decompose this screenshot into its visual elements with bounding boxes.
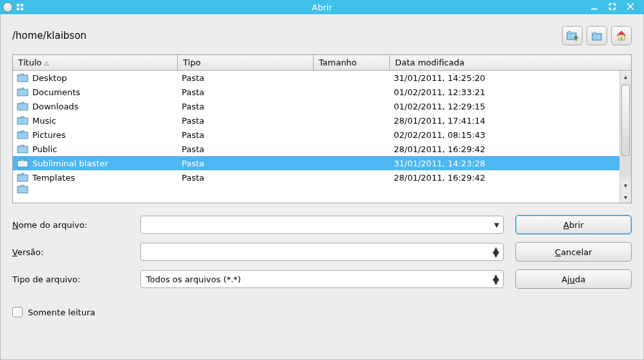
chevron-down-icon: ▼ bbox=[494, 221, 499, 229]
app-icon bbox=[3, 2, 13, 12]
up-one-level-button[interactable] bbox=[562, 26, 583, 45]
file-type: Pasta bbox=[182, 116, 317, 126]
file-name: Downloads bbox=[32, 102, 78, 111]
file-modified: 28/01/2011, 16:29:42 bbox=[394, 173, 619, 183]
filename-input[interactable]: ▼ bbox=[140, 216, 504, 234]
file-row[interactable]: PublicPasta28/01/2011, 16:29:42 bbox=[13, 142, 619, 156]
version-select[interactable]: ▲▼ bbox=[140, 243, 504, 261]
file-modified: 01/02/2011, 12:33:21 bbox=[394, 87, 619, 97]
file-row[interactable]: TemplatesPasta28/01/2011, 16:29:42 bbox=[13, 170, 619, 185]
column-header-title[interactable]: Título△ bbox=[13, 55, 178, 70]
svg-rect-3 bbox=[621, 37, 623, 40]
file-name: Templates bbox=[32, 173, 75, 183]
file-modified: 31/01/2011, 14:23:28 bbox=[394, 159, 619, 168]
updown-icon: ▲▼ bbox=[493, 247, 499, 256]
file-row[interactable] bbox=[13, 185, 619, 194]
filetype-select[interactable]: Todos os arquivos (*.*) ▲▼ bbox=[140, 270, 504, 288]
file-row[interactable]: Subliminal blasterPasta31/01/2011, 14:23… bbox=[13, 156, 619, 170]
file-type: Pasta bbox=[182, 130, 317, 140]
open-dialog: /home/klaibson Título△ Tipo Tamanho Data… bbox=[0, 14, 644, 360]
column-header-type[interactable]: Tipo bbox=[178, 55, 314, 70]
svg-rect-8 bbox=[17, 132, 28, 139]
titlebar: Abrir bbox=[0, 0, 644, 14]
file-modified: 02/02/2011, 08:15:43 bbox=[394, 130, 619, 140]
column-header-size[interactable]: Tamanho bbox=[314, 55, 390, 70]
svg-rect-1 bbox=[592, 34, 601, 40]
file-name: Music bbox=[32, 116, 56, 126]
file-name: Subliminal blaster bbox=[32, 159, 108, 168]
vertical-scrollbar[interactable]: ▴ ▾ ▾ bbox=[619, 71, 631, 203]
file-name: Pictures bbox=[32, 130, 65, 140]
sort-ascending-icon: △ bbox=[44, 60, 48, 66]
scroll-up-icon[interactable]: ▴ bbox=[620, 71, 631, 82]
help-button[interactable]: Ajuda bbox=[515, 269, 632, 289]
scroll-thumb[interactable] bbox=[621, 85, 630, 156]
svg-rect-9 bbox=[17, 146, 28, 153]
file-type: Pasta bbox=[182, 87, 317, 97]
column-header-modified[interactable]: Data modificada bbox=[390, 55, 631, 70]
file-modified: 28/01/2011, 17:41:14 bbox=[394, 116, 619, 126]
svg-rect-12 bbox=[17, 186, 28, 193]
svg-rect-0 bbox=[567, 33, 576, 39]
scroll-down-icon[interactable]: ▾ bbox=[620, 191, 631, 203]
file-row[interactable]: PicturesPasta02/02/2011, 08:15:43 bbox=[13, 128, 619, 142]
maximize-button[interactable] bbox=[608, 2, 617, 13]
file-row[interactable]: DocumentsPasta01/02/2011, 12:33:21 bbox=[13, 85, 619, 99]
version-label: Versão: bbox=[12, 247, 129, 257]
file-type: Pasta bbox=[182, 144, 317, 154]
svg-rect-4 bbox=[17, 75, 28, 82]
svg-rect-10 bbox=[17, 161, 28, 167]
file-type: Pasta bbox=[182, 102, 317, 111]
file-type: Pasta bbox=[182, 159, 317, 168]
current-path: /home/klaibson bbox=[12, 30, 87, 41]
file-type: Pasta bbox=[182, 73, 317, 83]
file-name: Documents bbox=[32, 87, 80, 97]
open-button[interactable]: Abrir bbox=[515, 215, 632, 234]
file-modified: 01/02/2011, 12:29:15 bbox=[394, 102, 619, 111]
file-type: Pasta bbox=[182, 173, 317, 183]
file-modified: 31/01/2011, 14:25:20 bbox=[394, 73, 619, 83]
file-name: Public bbox=[32, 144, 57, 154]
window-title: Abrir bbox=[312, 3, 332, 12]
file-name: Desktop bbox=[32, 73, 67, 83]
svg-rect-11 bbox=[17, 175, 28, 181]
file-row[interactable]: MusicPasta28/01/2011, 17:41:14 bbox=[13, 113, 619, 128]
readonly-checkbox[interactable] bbox=[12, 307, 23, 317]
column-headers: Título△ Tipo Tamanho Data modificada bbox=[13, 55, 631, 71]
updown-icon: ▲▼ bbox=[493, 275, 499, 284]
file-modified: 28/01/2011, 16:29:42 bbox=[394, 144, 619, 154]
svg-rect-6 bbox=[17, 104, 28, 110]
readonly-label: Somente leitura bbox=[28, 308, 95, 317]
file-row[interactable]: DesktopPasta31/01/2011, 14:25:20 bbox=[13, 71, 619, 85]
scroll-down-icon[interactable]: ▾ bbox=[620, 179, 631, 191]
cancel-button[interactable]: Cancelar bbox=[515, 242, 632, 262]
svg-rect-7 bbox=[17, 118, 28, 124]
svg-rect-5 bbox=[17, 89, 28, 96]
filetype-label: Tipo de arquivo: bbox=[12, 274, 129, 284]
file-list: Título△ Tipo Tamanho Data modificada Des… bbox=[12, 54, 632, 203]
home-button[interactable] bbox=[611, 26, 632, 45]
minimize-button[interactable] bbox=[590, 2, 599, 13]
new-folder-button[interactable] bbox=[586, 26, 607, 45]
close-button[interactable] bbox=[626, 2, 635, 13]
file-row[interactable]: DownloadsPasta01/02/2011, 12:29:15 bbox=[13, 99, 619, 113]
grip-icon bbox=[17, 4, 23, 10]
filename-label: Nome do arquivo: bbox=[12, 219, 129, 230]
